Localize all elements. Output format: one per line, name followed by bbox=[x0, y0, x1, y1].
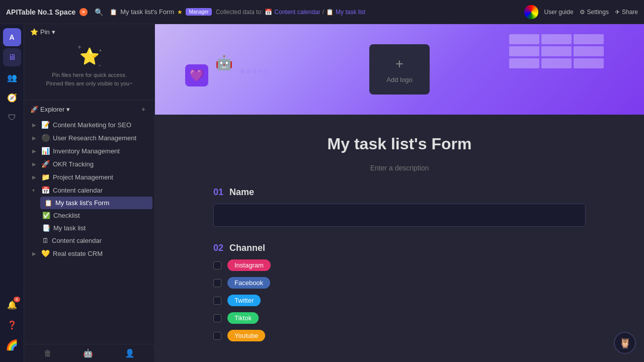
instagram-tag[interactable]: Instagram bbox=[227, 259, 271, 271]
share-button[interactable]: ✈ Share bbox=[615, 9, 638, 16]
settings-button[interactable]: ⚙ Settings bbox=[580, 9, 609, 16]
explore-button[interactable]: 🧭 bbox=[3, 88, 21, 107]
trash-icon: 🗑 bbox=[44, 349, 52, 357]
youtube-checkbox[interactable] bbox=[213, 332, 221, 340]
field-label-name: 01 Name bbox=[213, 187, 586, 198]
add-user-button[interactable]: 👤 bbox=[125, 348, 135, 358]
form-header-banner: 💜 🤖 + Ad bbox=[155, 24, 644, 115]
shield-button[interactable]: 🛡 bbox=[3, 109, 21, 127]
channel-option-youtube: Youtube bbox=[213, 330, 586, 341]
name-input[interactable] bbox=[213, 204, 586, 227]
channel-option-facebook: Facebook bbox=[213, 277, 586, 289]
icon-sidebar: A 🖥 👥 🧭 🛡 🔔 8 ❓ 🌈 bbox=[0, 24, 24, 362]
plus-icon: + bbox=[395, 56, 404, 72]
user-guide-button[interactable]: User guide bbox=[544, 9, 574, 16]
chevron-down-icon: ▾ bbox=[32, 188, 38, 193]
chevron-right-icon: ▶ bbox=[32, 161, 38, 167]
tiktok-checkbox[interactable] bbox=[213, 314, 221, 322]
home-icon: 🖥 bbox=[8, 53, 16, 62]
notification-button[interactable]: 🔔 8 bbox=[3, 296, 21, 314]
channel-options: Instagram Facebook Twitter Tiktok bbox=[213, 259, 586, 341]
explorer-title-button[interactable]: 🚀 Explorer ▾ bbox=[30, 106, 70, 113]
search-button[interactable]: 🔍 bbox=[92, 5, 106, 19]
topbar: APITable No.1 Space ✕ 🔍 📋 My task list's… bbox=[0, 0, 644, 24]
banner-robot-icon: 🤖 bbox=[215, 54, 233, 71]
sub-item-label: Checklist bbox=[53, 212, 80, 219]
add-user-icon: 👤 bbox=[125, 349, 135, 357]
explorer-sub-items: 📋 My task list's Form ✅ Checklist 📑 My t… bbox=[24, 197, 154, 247]
tiktok-tag[interactable]: Tiktok bbox=[227, 312, 259, 324]
item-label: OKR Tracking bbox=[53, 160, 94, 168]
sidebar-item-inventory[interactable]: ▶ 📊 Inventory Management bbox=[24, 144, 154, 157]
pin-button[interactable]: ⭐ Pin ▾ bbox=[30, 28, 55, 36]
item-label: Real estate CRM bbox=[53, 250, 103, 257]
chevron-right-icon: ▶ bbox=[32, 148, 38, 154]
plus-decoration-br: + bbox=[99, 63, 101, 68]
user-avatar-button[interactable]: A bbox=[3, 28, 21, 46]
facebook-checkbox[interactable] bbox=[213, 279, 221, 287]
robot-icon: 🤖 bbox=[83, 349, 93, 357]
help-icon: ❓ bbox=[7, 320, 17, 330]
youtube-tag[interactable]: Youtube bbox=[227, 330, 265, 341]
tab-icon: 📋 bbox=[110, 9, 117, 16]
sidebar-item-okr[interactable]: ▶ 🚀 OKR Tracking bbox=[24, 157, 154, 170]
calendar-link[interactable]: Content calendar bbox=[274, 9, 320, 16]
home-button[interactable]: 🖥 bbox=[3, 48, 21, 66]
item-icon: 📅 bbox=[41, 186, 50, 194]
instagram-checkbox[interactable] bbox=[213, 261, 221, 269]
add-logo-label: Add logo bbox=[386, 76, 412, 83]
pin-hint: Pin files here for quick access. Pinned … bbox=[46, 71, 132, 87]
topbar-left: APITable No.1 Space ✕ 🔍 📋 My task list's… bbox=[6, 5, 520, 19]
sidebar-footer: 🗑 🤖 👤 bbox=[24, 344, 154, 362]
share-icon: ✈ bbox=[615, 9, 620, 16]
item-icon: 📑 bbox=[42, 224, 50, 232]
sidebar-item-content-marketing[interactable]: ▶ 📝 Content Marketing for SEO bbox=[24, 118, 154, 131]
logo-button[interactable]: 🌈 bbox=[3, 336, 21, 354]
rocket-icon: 🚀 bbox=[30, 106, 38, 113]
twitter-checkbox[interactable] bbox=[213, 297, 221, 305]
sidebar-item-real-estate[interactable]: ▶ 💛 Real estate CRM bbox=[24, 247, 154, 260]
sidebar-sub-item-form[interactable]: 📋 My task list's Form bbox=[40, 197, 152, 209]
twitter-tag[interactable]: Twitter bbox=[227, 295, 261, 306]
sidebar-sub-item-tasklist[interactable]: 📑 My task list bbox=[38, 222, 154, 234]
list-link[interactable]: My task list bbox=[336, 9, 365, 16]
item-icon: 📝 bbox=[41, 121, 50, 129]
add-explorer-button[interactable]: + bbox=[138, 104, 148, 114]
contacts-button[interactable]: 👥 bbox=[3, 68, 21, 86]
form-description-input[interactable] bbox=[213, 164, 586, 172]
banner-dots bbox=[240, 69, 269, 73]
sidebar-sub-item-checklist[interactable]: ✅ Checklist bbox=[38, 209, 154, 222]
pin-section: ⭐ Pin ▾ + ⭐ + + Pin files here for quick… bbox=[24, 24, 154, 100]
watermark-button[interactable]: 🦉 bbox=[614, 332, 636, 354]
item-icon: ✅ bbox=[42, 212, 50, 219]
explorer-list: ▶ 📝 Content Marketing for SEO ▶ ⚫ User R… bbox=[24, 118, 154, 344]
trash-button[interactable]: 🗑 bbox=[44, 348, 52, 358]
help-button[interactable]: ❓ bbox=[3, 316, 21, 334]
tab-name: My task list's Form bbox=[120, 8, 174, 16]
logo-icon: 🌈 bbox=[6, 339, 18, 351]
item-icon: 🗓 bbox=[42, 237, 49, 244]
tab-area: 📋 My task list's Form ★ Manager bbox=[110, 8, 212, 16]
banner-grid bbox=[509, 34, 604, 68]
add-logo-button[interactable]: + Add logo bbox=[369, 44, 430, 95]
notification-count: 8 bbox=[14, 297, 20, 302]
robot-button[interactable]: 🤖 bbox=[83, 348, 93, 358]
collected-info: Collected data to: 📅 Content calendar / … bbox=[216, 9, 366, 16]
chevron-down-icon: ▾ bbox=[66, 106, 70, 113]
pin-star-area: + ⭐ + + bbox=[77, 44, 102, 69]
sub-item-label: My task list bbox=[53, 224, 86, 232]
sidebar-item-content-calendar[interactable]: ▾ 📅 Content calendar bbox=[24, 184, 154, 197]
explore-icon: 🧭 bbox=[7, 93, 17, 103]
form-title: My task list's Form bbox=[213, 135, 586, 153]
chevron-right-icon: ▶ bbox=[32, 174, 38, 180]
chevron-right-icon: ▶ bbox=[32, 135, 38, 141]
facebook-tag[interactable]: Facebook bbox=[227, 277, 270, 289]
item-label: Content calendar bbox=[53, 187, 103, 194]
field-label-text: Channel bbox=[229, 243, 265, 253]
main: A 🖥 👥 🧭 🛡 🔔 8 ❓ 🌈 bbox=[0, 24, 644, 362]
item-icon: 💛 bbox=[41, 249, 50, 257]
sidebar-item-project[interactable]: ▶ 📁 Project Management bbox=[24, 170, 154, 184]
sidebar-item-user-research[interactable]: ▶ ⚫ User Research Management bbox=[24, 131, 154, 144]
space-name: APITable No.1 Space bbox=[6, 8, 75, 16]
sidebar-sub-item-calendar[interactable]: 🗓 Content calendar bbox=[38, 234, 154, 247]
